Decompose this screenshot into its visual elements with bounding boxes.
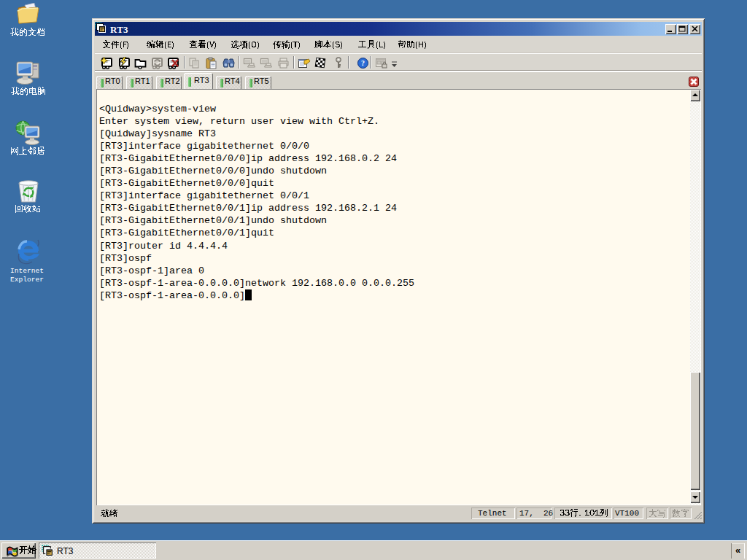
svg-text:?: ? xyxy=(361,59,365,67)
